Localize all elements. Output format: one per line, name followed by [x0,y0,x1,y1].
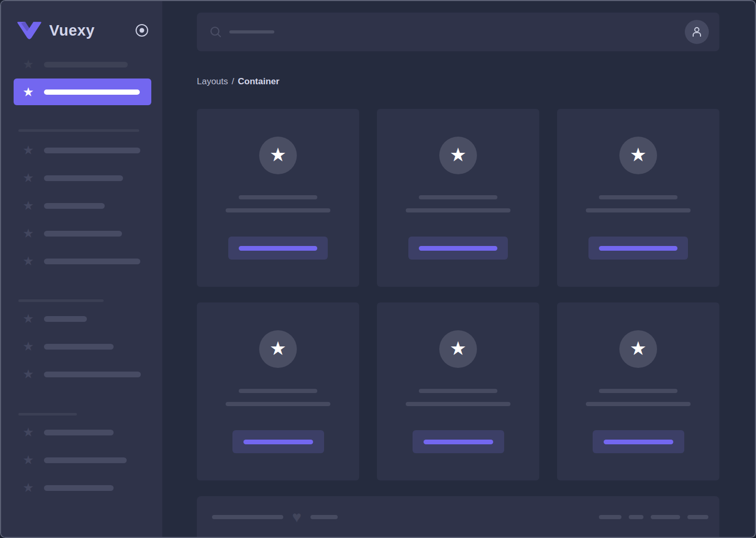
footer-link-placeholder [629,515,643,519]
user-icon [690,25,704,39]
star-icon: ★ [22,426,35,439]
card: ★ [557,109,719,287]
star-icon: ★ [450,339,466,360]
star-icon-circle: ★ [619,137,657,174]
record-circle-icon [135,24,149,37]
star-icon: ★ [22,340,35,353]
card-button[interactable] [232,430,324,453]
sidebar-item[interactable]: ★ [1,335,162,357]
sidebar-item[interactable]: ★ [1,363,162,385]
card-button[interactable] [588,237,688,260]
sidebar-item[interactable]: ★ [1,250,162,272]
star-icon: ★ [22,312,35,325]
footer-link-placeholder [599,515,621,519]
footer-links-group [599,515,708,519]
sidebar-item[interactable]: ★ [1,449,162,471]
button-label-placeholder [419,246,497,251]
button-label-placeholder [424,440,493,444]
brand-header: Vuexy [1,1,162,42]
star-icon-circle: ★ [439,137,477,174]
card: ★ [197,109,359,287]
button-label-placeholder [604,440,673,444]
placeholder-bar [44,457,127,463]
sidebar-item[interactable]: ★ [14,79,151,105]
sidebar-item[interactable]: ★ [1,139,162,161]
button-label-placeholder [599,246,677,251]
search-placeholder-bar [229,30,274,33]
sidebar: Vuexy ★★★★★★★★★★★★★ [1,1,162,537]
placeholder-line [419,389,497,393]
sidebar-item[interactable]: ★ [1,421,162,443]
star-icon: ★ [270,145,286,166]
card-button[interactable] [408,237,508,260]
search-bar[interactable] [197,13,719,51]
placeholder-bar [44,259,140,264]
placeholder-bar [44,62,128,68]
placeholder-bar [44,430,114,435]
menu-pin-toggle[interactable] [135,24,149,37]
search-icon [209,26,222,38]
star-icon: ★ [22,255,35,267]
footer-placeholder-bar [212,515,283,519]
app-window: Vuexy ★★★★★★★★★★★★★ [0,0,756,538]
placeholder-line [226,402,330,406]
placeholder-bar [44,316,87,322]
star-icon: ★ [22,227,35,240]
breadcrumb-section[interactable]: Layouts [197,76,228,86]
placeholder-line [239,389,317,393]
placeholder-line [586,402,691,406]
brand-title: Vuexy [49,22,135,39]
star-icon-circle: ★ [439,330,477,368]
card: ★ [377,109,539,287]
sidebar-item[interactable]: ★ [1,222,162,244]
placeholder-bar [44,89,140,95]
sidebar-item[interactable]: ★ [1,167,162,189]
heart-icon: ♥ [292,509,302,525]
sidebar-item[interactable]: ★ [1,477,162,499]
button-label-placeholder [243,440,313,444]
placeholder-bar [44,344,114,350]
sidebar-item[interactable]: ★ [1,308,162,330]
placeholder-line [599,195,677,199]
user-avatar[interactable] [685,20,709,44]
sidebar-nav: ★★★★★★★★★★★★★ [1,53,162,499]
placeholder-line [419,195,497,199]
card: ★ [197,302,359,480]
breadcrumb: Layouts/Container [197,76,719,87]
section-header-placeholder [18,129,139,132]
button-label-placeholder [239,246,317,251]
sidebar-item[interactable]: ★ [1,195,162,217]
placeholder-bar [44,372,141,377]
star-icon: ★ [22,86,35,98]
card-button[interactable] [413,430,504,453]
main-area: Layouts/Container ★★★★★★ ♥ [162,1,755,537]
section-header-placeholder [18,299,104,302]
placeholder-line [599,389,677,393]
star-icon-circle: ★ [259,137,297,174]
placeholder-bar [44,231,122,237]
star-icon: ★ [22,144,35,156]
placeholder-bar [44,203,105,209]
star-icon: ★ [630,145,647,166]
card-grid: ★★★★★★ [197,109,719,480]
placeholder-bar [44,485,114,491]
star-icon: ★ [22,368,35,380]
footer-link-placeholder [687,515,708,519]
placeholder-line [406,402,510,406]
placeholder-line [586,208,691,212]
card-button[interactable] [593,430,684,453]
placeholder-line [226,208,330,212]
card-button[interactable] [228,237,328,260]
breadcrumb-separator: / [232,76,235,86]
placeholder-line [406,208,510,212]
breadcrumb-current: Container [238,76,279,86]
sidebar-item[interactable]: ★ [1,53,162,75]
star-icon: ★ [450,145,466,166]
card: ★ [377,302,539,480]
vuexy-logo-icon [17,21,42,40]
placeholder-bar [44,148,140,153]
section-header-placeholder [18,413,77,416]
star-icon: ★ [270,339,286,360]
star-icon: ★ [22,172,35,184]
footer-link-placeholder [651,515,680,519]
